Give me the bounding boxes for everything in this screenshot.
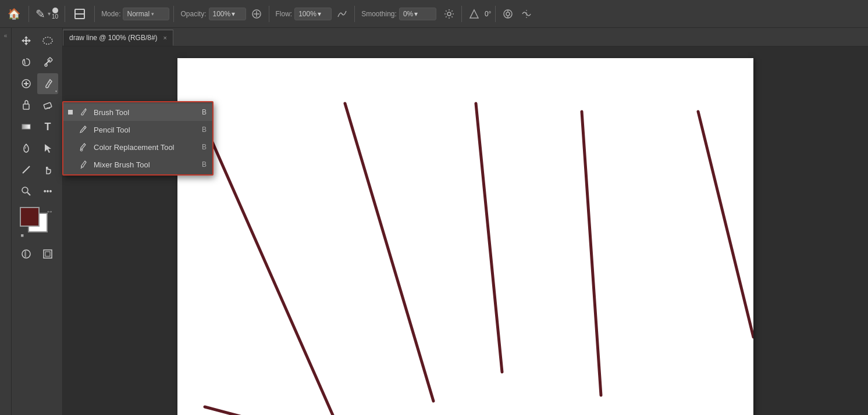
tool-corner-indicator: ▾ <box>55 89 57 93</box>
color-swatches: ↔ ■ <box>20 207 55 237</box>
brush-tool-label: Brush Tool <box>94 108 197 117</box>
tab-bar: draw line @ 100% (RGB/8#) × <box>63 28 868 46</box>
left-collapse-panel[interactable]: « <box>0 28 12 415</box>
brush-dropdown-arrow: ▾ <box>48 10 51 17</box>
active-tab[interactable]: draw line @ 100% (RGB/8#) × <box>63 30 173 46</box>
svg-point-8 <box>506 12 510 16</box>
tool-row-zoom: ••• <box>16 181 58 202</box>
elliptical-marquee-button[interactable] <box>37 30 58 51</box>
mixer-brush-shortcut: B <box>202 160 207 169</box>
brush-size-label: 10 <box>52 13 58 20</box>
airbrush-toggle[interactable] <box>248 6 265 22</box>
svg-rect-27 <box>22 124 30 129</box>
brush-svg <box>79 108 88 117</box>
brush-tool-indicator[interactable]: ✎ ▾ 10 <box>33 7 61 21</box>
mixer-brush-menu-icon <box>77 159 89 170</box>
mode-dropdown-arrow: ▾ <box>151 11 154 17</box>
settings-button[interactable] <box>441 6 457 22</box>
flow-smooth-icon <box>337 9 347 19</box>
clone-icon <box>20 99 32 111</box>
gradient-button[interactable] <box>16 116 37 137</box>
symmetry-icon <box>521 9 532 19</box>
menu-item-mixer-brush[interactable]: Mixer Brush Tool B <box>63 156 212 173</box>
active-indicator <box>68 110 73 115</box>
smoothing-value: 0% <box>403 10 413 18</box>
mixer-brush-label: Mixer Brush Tool <box>94 160 197 169</box>
ellipse-icon <box>42 35 54 46</box>
separator8 <box>495 6 496 22</box>
svg-line-36 <box>205 125 337 415</box>
menu-item-pencil-tool[interactable]: Pencil Tool B <box>63 121 212 138</box>
tool-row-path <box>16 138 58 159</box>
screen-mode-button[interactable] <box>37 244 58 264</box>
hand-icon <box>42 164 54 176</box>
default-colors-icon[interactable]: ■ <box>21 232 24 238</box>
menu-item-brush-tool[interactable]: Brush Tool B <box>63 103 212 121</box>
mode-dropdown[interactable]: Normal ▾ <box>123 8 169 20</box>
swap-colors-icon[interactable]: ↔ <box>46 207 54 216</box>
airbrush-icon <box>251 9 262 19</box>
color-replacement-label: Color Replacement Tool <box>94 143 197 152</box>
canvas-document[interactable] <box>177 58 753 415</box>
smoothing-group: Smoothing: 0% ▾ <box>359 8 436 20</box>
main-layout: « <box>0 28 868 415</box>
cursor-button[interactable] <box>37 138 58 159</box>
opacity-control[interactable]: 100% ▾ <box>209 8 246 20</box>
lasso-tool-button[interactable] <box>16 52 37 73</box>
separator2 <box>65 6 65 22</box>
flow-control[interactable]: 100% ▾ <box>294 8 332 20</box>
target-button[interactable] <box>500 6 516 22</box>
tab-close-button[interactable]: × <box>163 34 167 41</box>
lasso-icon <box>20 56 32 68</box>
clone-stamp-button[interactable] <box>16 95 37 116</box>
tool-row-clone <box>16 95 58 116</box>
tool-row-lasso <box>16 52 58 73</box>
quick-mask-button[interactable] <box>16 244 37 264</box>
text-button[interactable]: T <box>37 116 58 137</box>
angle-button[interactable] <box>466 6 482 22</box>
move-icon <box>20 35 32 46</box>
canvas-svg <box>177 58 753 415</box>
svg-line-37 <box>345 103 433 401</box>
top-toolbar: 🏠 ✎ ▾ 10 Mode: Normal ▾ Opacity: 100% ▾ <box>0 0 868 28</box>
canvas-area: draw line @ 100% (RGB/8#) × <box>63 28 868 415</box>
svg-point-30 <box>22 187 28 193</box>
opacity-arrow: ▾ <box>232 10 235 18</box>
svg-point-15 <box>43 37 52 44</box>
tool-row-gradient: T <box>16 116 58 137</box>
svg-rect-33 <box>44 250 52 258</box>
zoom-button[interactable] <box>16 181 37 202</box>
target-icon <box>503 9 513 19</box>
svg-line-39 <box>582 112 601 395</box>
collapse-arrow: « <box>4 33 8 39</box>
more-tools-button[interactable]: ••• <box>37 181 58 202</box>
svg-marker-6 <box>470 10 478 18</box>
smoothing-arrow: ▾ <box>414 10 418 18</box>
brush-tool-button[interactable]: ▾ <box>37 73 58 94</box>
svg-point-5 <box>447 12 451 16</box>
home-button[interactable]: 🏠 <box>3 3 24 24</box>
symmetry-button[interactable] <box>518 6 535 22</box>
spot-heal-button[interactable] <box>16 73 37 94</box>
move-tool-button[interactable] <box>16 30 37 51</box>
cursor-icon <box>42 142 54 154</box>
eraser-button[interactable] <box>37 95 58 116</box>
hand-button[interactable] <box>37 159 58 180</box>
menu-item-color-replacement[interactable]: Color Replacement Tool B <box>63 138 212 156</box>
smoothing-label: Smoothing: <box>361 10 397 18</box>
burn-dodge-button[interactable] <box>16 138 37 159</box>
svg-line-38 <box>476 103 502 372</box>
tool-row-mask <box>16 244 58 264</box>
smoothing-control[interactable]: 0% ▾ <box>399 8 436 20</box>
flow-smooth-button[interactable] <box>334 6 350 22</box>
eyedropper-button[interactable] <box>37 52 58 73</box>
zoom-icon <box>20 185 32 197</box>
line-tool-button[interactable] <box>16 159 37 180</box>
stamp-button[interactable] <box>69 3 90 24</box>
gradient-icon <box>20 121 32 133</box>
brush-size-indicator: 10 <box>52 8 58 20</box>
foreground-color-swatch[interactable] <box>20 207 40 227</box>
svg-line-23 <box>49 81 51 83</box>
tool-row-move <box>16 30 58 51</box>
color-replace-svg <box>79 142 88 152</box>
